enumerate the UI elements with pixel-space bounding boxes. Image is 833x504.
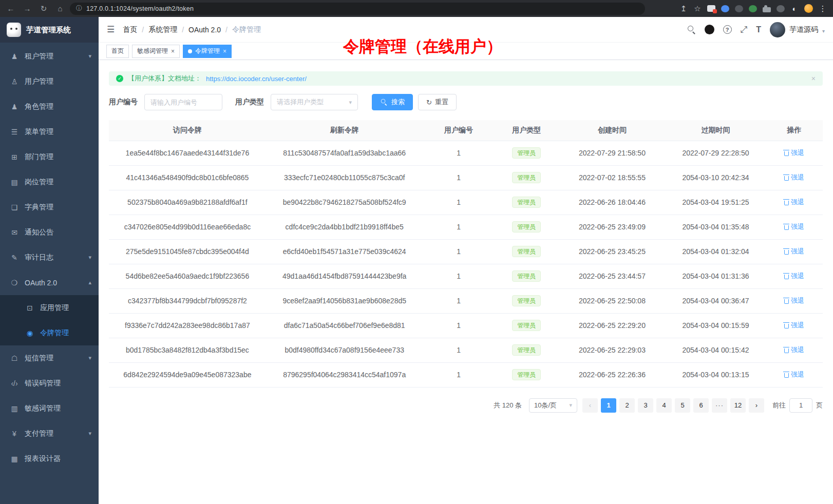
table-header-row: 访问令牌刷新令牌用户编号用户类型创建时间过期时间操作 [109, 120, 823, 141]
sidebar-item-tenant[interactable]: ♟租户管理▾ [0, 44, 99, 69]
search-icon[interactable] [688, 26, 696, 34]
page-button-3[interactable]: 3 [638, 398, 653, 413]
bookmark-star-icon[interactable]: ☆ [693, 4, 702, 13]
sidebar-item-dict[interactable]: ❏字典管理 [0, 195, 99, 220]
extension-puzzle-icon[interactable] [763, 7, 771, 12]
share-icon[interactable]: ↥ [679, 4, 688, 13]
force-logout-button[interactable]: 强退 [784, 173, 804, 182]
create-time-cell: 2022-06-25 22:29:03 [559, 338, 666, 362]
sidebar-item-audit-log[interactable]: ✎审计日志▾ [0, 245, 99, 270]
sidebar-item-user[interactable]: ♙用户管理 [0, 69, 99, 94]
sidebar-item-sensitive-word[interactable]: ▥敏感词管理 [0, 396, 99, 421]
back-icon[interactable]: ← [6, 4, 15, 13]
page-size-select[interactable]: 10条/页 ▾ [529, 398, 577, 413]
theme-icon[interactable]: ◐ [790, 4, 799, 13]
words-icon: ▥ [10, 404, 19, 413]
sidebar-item-oauth2-app[interactable]: ⊡应用管理 [0, 295, 99, 320]
sidebar-item-error-code[interactable]: ‹/›错误码管理 [0, 371, 99, 396]
sidebar-item-role[interactable]: ♟角色管理 [0, 94, 99, 119]
force-logout-button[interactable]: 强退 [784, 345, 804, 355]
search-button[interactable]: 搜索 [372, 94, 413, 110]
refresh-token-cell: 333ecfc71e02480cb11055c875c3ca0f [266, 165, 423, 190]
sidebar-item-oauth2-token[interactable]: ◉令牌管理 [0, 320, 99, 345]
users-icon: ♟ [10, 52, 19, 61]
extension-gray-icon[interactable] [777, 5, 785, 12]
force-logout-button[interactable]: 强退 [784, 222, 804, 231]
sidebar-item-menu[interactable]: ☰菜单管理 [0, 119, 99, 144]
table-row: b0d1785bc3a8482f812db4a3f3bd15ecb0df4980… [109, 338, 823, 362]
info-icon[interactable]: ⓘ [76, 4, 82, 13]
forward-icon[interactable]: → [23, 4, 32, 13]
force-logout-button[interactable]: 强退 [784, 198, 804, 207]
sidebar-item-label: 字典管理 [25, 203, 91, 212]
font-size-icon[interactable]: T [756, 25, 761, 34]
page-button-2[interactable]: 2 [619, 398, 635, 413]
goto-page-input[interactable] [789, 398, 812, 413]
reset-button[interactable]: ↻ 重置 [418, 94, 457, 110]
home-icon[interactable]: ⌂ [55, 4, 65, 13]
page-button-1[interactable]: 1 [601, 398, 616, 413]
github-icon[interactable] [705, 25, 714, 34]
page-button-6[interactable]: 6 [693, 398, 709, 413]
doc-link[interactable]: https://doc.iocoder.cn/user-center/ [206, 75, 307, 83]
extension-blue-icon[interactable] [721, 5, 729, 12]
sidebar-item-notice[interactable]: ✉通知公告 [0, 220, 99, 245]
force-logout-button[interactable]: 强退 [784, 370, 804, 379]
tab-close-icon[interactable]: × [223, 48, 226, 54]
prev-page-button[interactable]: ‹ [582, 398, 598, 413]
token-icon: ◉ [25, 329, 34, 337]
menu-dots-icon[interactable]: ⋮ [819, 4, 827, 13]
search-form: 用户编号 用户类型 请选择用户类型 ▾ 搜索 ↻ 重置 [109, 94, 823, 110]
sidebar-item-report-designer[interactable]: ▦报表设计器 [0, 446, 99, 471]
sidebar-item-post[interactable]: ▤岗位管理 [0, 169, 99, 195]
sidebar-item-sms[interactable]: ☖短信管理▾ [0, 345, 99, 371]
page-content: 【用户体系】文档地址： https://doc.iocoder.cn/user-… [99, 60, 833, 504]
sidebar-item-label: 错误码管理 [25, 379, 91, 388]
profile-avatar-icon[interactable] [804, 4, 813, 13]
tab-close-icon[interactable]: × [171, 48, 175, 54]
force-logout-button[interactable]: 强退 [784, 247, 804, 256]
url-bar[interactable]: ⓘ 127.0.0.1:1024/system/oauth2/token [70, 3, 645, 15]
sidebar-item-pay[interactable]: ¥支付管理▾ [0, 421, 99, 446]
breadcrumb-separator: / [142, 26, 144, 34]
sidebar-item-label: 通知公告 [25, 228, 91, 237]
extension-dark-icon[interactable] [735, 5, 743, 12]
fullscreen-icon[interactable]: ⤢ [741, 25, 748, 35]
tab-sensitive-word[interactable]: 敏感词管理× [132, 45, 180, 58]
breadcrumb-item[interactable]: OAuth 2.0 [188, 26, 221, 34]
sidebar-item-oauth2[interactable]: ❍OAuth 2.0▴ [0, 270, 99, 295]
tab-token[interactable]: 令牌管理× [183, 45, 232, 58]
breadcrumb-separator: / [225, 26, 228, 34]
sidebar-item-dept[interactable]: ⊞部门管理 [0, 144, 99, 169]
force-logout-button[interactable]: 强退 [784, 272, 804, 281]
access-token-cell: 41c41346a548490f9dc8b01c6bfe0865 [109, 165, 266, 190]
extension-badge-icon[interactable] [707, 5, 715, 12]
sms-icon: ☖ [10, 354, 19, 362]
page-button-4[interactable]: 4 [656, 398, 672, 413]
force-logout-button[interactable]: 强退 [784, 148, 804, 158]
operation-cell: 强退 [766, 362, 823, 387]
header-actions: ?⤢T 芋道源码 ▾ [688, 22, 825, 37]
user-type-tag: 管理员 [512, 344, 541, 356]
page-button-5[interactable]: 5 [675, 398, 690, 413]
user-type-select[interactable]: 请选择用户类型 ▾ [271, 94, 358, 110]
hamburger-icon[interactable]: ☰ [107, 24, 115, 35]
user-type-placeholder: 请选择用户类型 [277, 98, 324, 107]
force-logout-button[interactable]: 强退 [784, 321, 804, 330]
user-type-tag: 管理员 [512, 246, 541, 257]
alert-close-icon[interactable]: × [811, 74, 816, 83]
force-logout-button[interactable]: 强退 [784, 296, 804, 305]
reload-icon[interactable]: ↻ [39, 4, 48, 13]
next-page-button[interactable]: › [749, 398, 764, 413]
tab-home[interactable]: 首页 [106, 45, 129, 58]
operation-cell: 强退 [766, 141, 823, 165]
help-icon[interactable]: ? [723, 25, 732, 34]
page-ellipsis-button[interactable]: ··· [712, 398, 727, 413]
page-button-12[interactable]: 12 [730, 398, 746, 413]
breadcrumb-item[interactable]: 系统管理 [148, 25, 177, 34]
user-menu[interactable]: 芋道源码 ▾ [770, 22, 825, 37]
breadcrumb-item[interactable]: 首页 [123, 25, 137, 34]
user-id-input[interactable] [144, 94, 222, 110]
extension-green-icon[interactable] [749, 5, 757, 12]
delete-icon [784, 275, 789, 279]
